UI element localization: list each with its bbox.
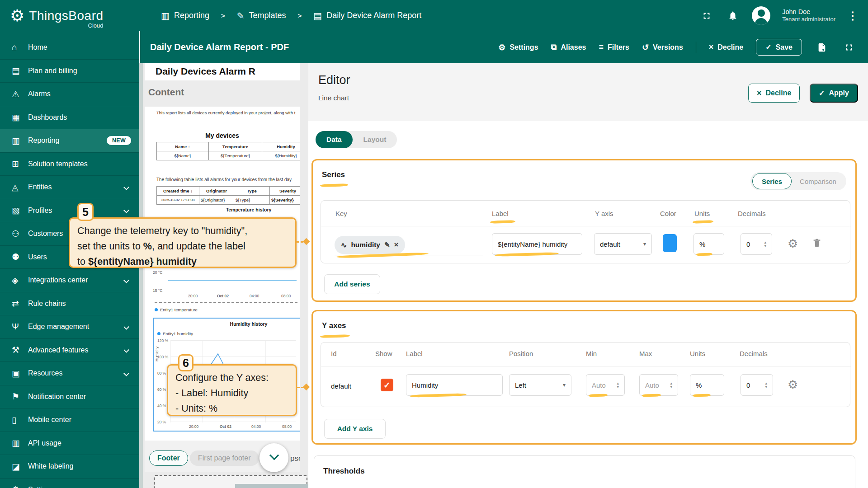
callout-step-5: Change the telemetry key to "humidity", … [69,217,297,268]
fullscreen-icon[interactable] [699,9,714,23]
sidebar-item-mobile-center[interactable]: ▯ Mobile center [0,408,139,432]
save-button[interactable]: ✓ Save [756,39,802,56]
folder-icon: ▣ [12,368,28,379]
close-icon: × [757,89,762,98]
yaxis-units-input[interactable] [696,381,718,389]
versions-button[interactable]: ↺ Versions [642,42,683,52]
sidebar-item-reporting[interactable]: ▥ Reporting NEW [0,129,139,152]
series-yaxis-select[interactable]: default ▾ [594,233,652,255]
series-key-chip[interactable]: ∿ humidity ✎ × [335,236,405,254]
editor-apply-button[interactable]: ✓ Apply [810,84,858,103]
toggle-comparison[interactable]: Comparison [792,178,844,185]
user-avatar[interactable] [752,6,770,25]
add-yaxis-button[interactable]: Add Y axis [324,419,386,439]
sidebar-item-integrations-center[interactable]: ◈ Integrations center [0,268,139,292]
temp-chart-title: Temperature history [203,207,294,212]
aliases-button[interactable]: ⧉ Aliases [551,42,586,52]
first-page-footer-field[interactable]: First page footer [190,450,259,466]
collapse-fab-button[interactable] [259,443,288,472]
series-settings-gear-icon[interactable]: ⚙ [788,238,798,249]
pdf-preview-panel[interactable]: Daily Devices Alarm R Content This repor… [143,63,308,488]
yaxis-label-input[interactable] [412,381,497,389]
series-label-input[interactable] [498,240,576,248]
series-units-input[interactable] [699,240,718,248]
stepper-arrows-icon[interactable]: ▴▾ [764,240,766,248]
sidebar-item-resources[interactable]: ▣ Resources [0,361,139,385]
stepper-arrows-icon[interactable]: ▴▾ [617,381,619,389]
alarms-cell: ${Type} [234,196,270,205]
yaxis-max-stepper[interactable]: ▴▾ [639,374,678,396]
stepper-arrows-icon[interactable]: ▴▾ [765,381,767,389]
sidebar-item-edge-management[interactable]: Ψ Edge management [0,315,139,338]
filters-label: Filters [608,43,629,52]
filter-icon: ≡ [599,42,604,52]
devices-cell: ${Name} [157,151,209,160]
editor-decline-button[interactable]: × Decline [748,84,800,103]
callout5-line2-rest: , and update the label [152,241,245,252]
fullscreen-icon[interactable] [842,40,856,55]
notifications-bell-icon[interactable] [726,9,740,23]
yaxis-max-input[interactable] [645,381,663,389]
yaxis-decimals-value: 0 [746,381,750,389]
yaxis-min-stepper[interactable]: ▴▾ [586,374,625,396]
breadcrumb-report[interactable]: ▤ Daily Device Alarm Report [313,10,421,21]
user-info[interactable]: John Doe Tenant administrator [782,8,835,23]
preview-horizontal-scrollbar[interactable] [235,484,308,488]
sidebar-item-advanced-features[interactable]: ⚒ Advanced features [0,338,139,362]
series-color-swatch[interactable] [663,234,677,252]
yaxis-units-field[interactable] [690,374,724,396]
sidebar-item-plan-and-billing[interactable]: ▤ Plan and billing [0,59,139,83]
sidebar-item-dashboards[interactable]: ▦ Dashboards [0,106,139,129]
series-label-field[interactable] [492,233,582,255]
timeseries-line-icon: ∿ [341,241,347,249]
yaxis-settings-gear-icon[interactable]: ⚙ [788,379,798,390]
humidity-chart-title: Humidity history [203,321,294,327]
marker-underline [490,220,515,224]
series-decimals-value: 0 [746,240,750,248]
export-document-icon[interactable] [815,40,829,55]
toggle-series[interactable]: Series [752,173,792,189]
tab-data[interactable]: Data [316,131,353,148]
settings-button[interactable]: ⚙ Settings [498,42,538,52]
kebab-menu-icon[interactable]: ⋮ [847,9,858,22]
sidebar-item-entities[interactable]: ◬ Entities [0,175,139,199]
series-decimals-stepper[interactable]: 0 ▴▾ [741,233,772,255]
sidebar-item-solution-templates[interactable]: ⊞ Solution templates [0,152,139,176]
sidebar-item-home[interactable]: ⌂ Home [0,36,139,59]
sidebar-item-label: White labeling [28,462,131,470]
edit-pencil-icon[interactable]: ✎ [384,241,390,249]
add-series-button[interactable]: Add series [324,274,380,294]
series-delete-trash-icon[interactable] [812,237,822,250]
footer-chip[interactable]: Footer [149,450,188,466]
filters-button[interactable]: ≡ Filters [599,42,629,52]
sidebar-item-api-usage[interactable]: ▥ API usage [0,432,139,455]
humidity-legend: Entity1 humidity [157,331,193,336]
remove-key-icon[interactable]: × [394,240,399,249]
thingsboard-logo[interactable]: ⚙ ThingsBoard Cloud [10,8,139,24]
yaxis-show-checkbox[interactable]: ✓ [381,379,393,391]
tools-icon: ⚒ [12,345,28,355]
yaxis-label-field[interactable] [406,374,503,396]
sidebar-item-settings[interactable]: ⚙ Settings [0,478,139,488]
breadcrumb-label: Reporting [174,11,209,20]
sidebar-item-white-labeling[interactable]: ◪ White labeling [0,455,139,478]
sidebar-item-rule-chains[interactable]: ⇄ Rule chains [0,292,139,315]
chevron-down-icon [123,347,129,353]
yaxes-col-min: Min [586,350,597,357]
tab-layout[interactable]: Layout [353,131,397,148]
yaxis-min-input[interactable] [592,381,610,389]
sidebar-item-alarms[interactable]: ⚠ Alarms [0,82,139,106]
series-units-field[interactable] [693,233,724,255]
sidebar-item-label: Settings [28,486,131,488]
sidebar-item-notification-center[interactable]: ⚑ Notification center [0,385,139,408]
new-badge: NEW [107,136,131,145]
decline-button[interactable]: × Decline [709,42,743,52]
yaxis-id-value: default [331,382,351,390]
breadcrumb-templates[interactable]: ✎ Templates [237,10,286,21]
chevron-down-icon [123,207,129,213]
yaxis-decimals-stepper[interactable]: 0 ▴▾ [741,374,773,396]
stepper-arrows-icon[interactable]: ▴▾ [670,381,672,389]
breadcrumb-reporting[interactable]: ▥ Reporting [161,10,209,21]
callout6-line3: - Units: % [175,401,288,416]
yaxis-position-select[interactable]: Left ▾ [509,374,571,396]
